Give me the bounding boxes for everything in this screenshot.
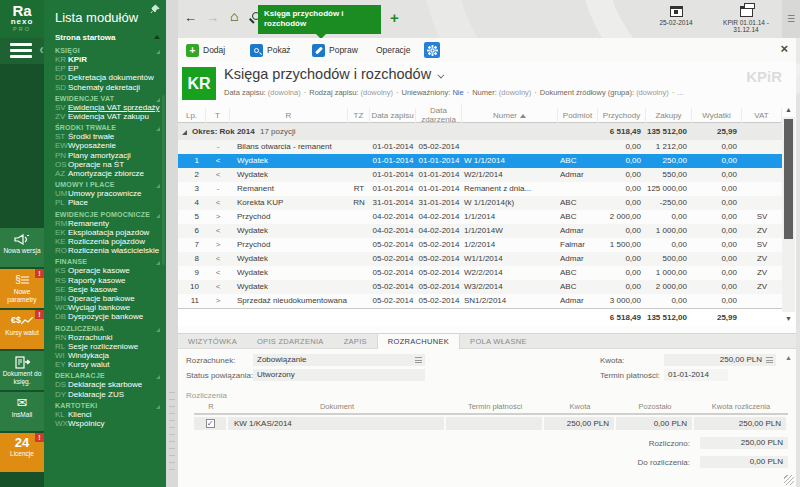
- sidebar-item-sv[interactable]: SVEwidencja VAT sprzedaży: [44, 103, 166, 112]
- sidebar-item-wg[interactable]: WGWyciągi bankowe: [44, 303, 166, 312]
- sidebar-group-kartoteki[interactable]: KARTOTEKI: [44, 399, 166, 410]
- sidebar-item-rl[interactable]: RLSesje rozliczeniowe: [44, 342, 166, 351]
- column-header-tz[interactable]: TZ: [348, 108, 370, 123]
- close-view-button[interactable]: ×: [780, 42, 788, 55]
- sidebar-item-strona-startowa[interactable]: Strona startowa: [44, 31, 166, 44]
- sidebar-item-um[interactable]: UMUmowy pracownicze: [44, 189, 166, 198]
- sidebar-group-rozliczenia[interactable]: ROZLICZENIA: [44, 322, 166, 333]
- sidebar-item-os[interactable]: OSOperacje na ŚT: [44, 160, 166, 169]
- pin-icon[interactable]: [150, 4, 160, 14]
- sidebar-item-rn[interactable]: RNRozrachunki: [44, 333, 166, 342]
- sidebar-item-rm[interactable]: RMRemanenty: [44, 219, 166, 228]
- add-button[interactable]: + Dodaj: [186, 42, 225, 58]
- strip-item-dokument-do-ksi-g-[interactable]: Dokument do księg.: [0, 351, 44, 390]
- back-arrow-icon[interactable]: ←: [184, 10, 197, 25]
- field-menu-icon[interactable]: [766, 357, 773, 363]
- sidebar-item-kl[interactable]: KLKlienci: [44, 410, 166, 419]
- status-field[interactable]: Utworzony: [253, 369, 425, 381]
- sidebar-item-ke[interactable]: KERozliczenia pojazdów: [44, 237, 166, 246]
- filter-value[interactable]: (dowolny): [499, 88, 532, 97]
- sidebar-item-ew[interactable]: EWWyposażenie: [44, 141, 166, 150]
- termin-field[interactable]: 01-01-2014: [664, 369, 728, 381]
- sidebar-group-księgi[interactable]: KSIĘGI: [44, 44, 166, 55]
- table-group-row[interactable]: Okres: Rok 2014 17 pozycji 6 518,49 135 …: [178, 123, 782, 140]
- scroll-down-icon[interactable]: ▼: [782, 312, 795, 326]
- sidebar-splitter[interactable]: [166, 0, 178, 487]
- modules-menu-button[interactable]: ‹: [0, 38, 44, 64]
- collapse-icon[interactable]: [154, 35, 160, 39]
- sidebar-item-sd[interactable]: SDSchematy dekretacji: [44, 83, 166, 92]
- show-button[interactable]: Pokaż: [250, 42, 291, 58]
- sidebar-item-dd[interactable]: DDDekretacja dokumentów: [44, 73, 166, 82]
- tab-rozrachunek[interactable]: ROZRACHUNEK: [377, 334, 460, 349]
- filter-more[interactable]: ...: [677, 88, 683, 97]
- filter-value[interactable]: (dowolny): [361, 88, 394, 97]
- sidebar-scrollbar[interactable]: [162, 95, 165, 265]
- table-row[interactable]: 10<Wydatek05-02-201405-02-2014W3/2/2014A…: [178, 280, 782, 294]
- table-row[interactable]: 9<Wydatek05-02-201405-02-2014W2/2/2014AB…: [178, 266, 782, 280]
- resize-grip-icon[interactable]: [784, 475, 794, 485]
- sidebar-group-ewidencje-vat[interactable]: EWIDENCJE VAT: [44, 92, 166, 103]
- scroll-up-icon[interactable]: ▲: [782, 103, 795, 117]
- column-header-numer[interactable]: Numer: [462, 108, 558, 123]
- column-header-zakupy[interactable]: Zakupy: [646, 108, 692, 123]
- table-row[interactable]: 1<Wydatek01-01-201401-01-2014W 1/1/2014A…: [178, 154, 782, 168]
- sidebar-item-ks[interactable]: KSOperacje kasowe: [44, 266, 166, 275]
- column-header-r[interactable]: R: [230, 108, 348, 123]
- column-header-podmiot[interactable]: Podmiot: [558, 108, 598, 123]
- table-scrollbar[interactable]: ▲ ▼: [782, 103, 795, 326]
- tab-opis-zdarzenia[interactable]: OPIS ZDARZENIA: [247, 334, 334, 348]
- strip-item-nowe-parametry[interactable]: §Nowe parametry!: [0, 269, 44, 308]
- filter-bar[interactable]: Data zapisu: (dowolna)·Rodzaj zapisu: (d…: [224, 88, 683, 97]
- new-tab-button[interactable]: +: [390, 9, 399, 26]
- sidebar-group-deklaracje[interactable]: DEKLARACJE: [44, 369, 166, 380]
- table-row[interactable]: 2<Wydatek01-01-201401-01-2014W2/1/2014Ad…: [178, 168, 782, 182]
- scrollbar-thumb[interactable]: [784, 119, 793, 239]
- tab-wizytówka[interactable]: WIZYTÓWKA: [178, 334, 247, 348]
- rozliczenie-check-cell[interactable]: ✓: [194, 417, 228, 430]
- strip-item-kursy-walut[interactable]: €$Kursy walut!: [0, 310, 44, 349]
- sidebar-item-az[interactable]: AZAmortyzacje zbiorcze: [44, 169, 166, 178]
- sidebar-item-se[interactable]: SESesje kasowe: [44, 285, 166, 294]
- sidebar-group-finanse[interactable]: FINANSE: [44, 255, 166, 266]
- sidebar-item-dy[interactable]: DYDeklaracje ZUS: [44, 390, 166, 399]
- filter-value[interactable]: Nie: [452, 88, 463, 97]
- tab-zapis[interactable]: ZAPIS: [334, 334, 377, 348]
- expander-icon[interactable]: [182, 130, 187, 135]
- field-menu-icon[interactable]: [415, 357, 422, 363]
- sidebar-item-ro[interactable]: RORozliczenia właścicielskie: [44, 246, 166, 255]
- table-row[interactable]: 3-RemanentRT01-01-201401-01-2014Remanent…: [178, 182, 782, 196]
- kwota-field[interactable]: 250,00 PLN: [664, 354, 776, 366]
- table-row[interactable]: 4<Korekta KUPRN31-01-201431-01-2014W 1/1…: [178, 196, 782, 210]
- table-header[interactable]: Lp.TRTZData zapisuData zdarzeniaNumerPod…: [178, 103, 782, 123]
- sidebar-item-kr[interactable]: KRKPiR: [44, 55, 166, 64]
- column-header-wydatki[interactable]: Wydatki: [692, 108, 742, 123]
- strip-item-insmail[interactable]: ✉InsMail: [0, 392, 44, 431]
- table-row[interactable]: 8<Wydatek05-02-201405-02-2014W1/1/2014Ad…: [178, 252, 782, 266]
- table-row[interactable]: 7>Przychód05-02-201405-02-20141/2/2014Fa…: [178, 238, 782, 252]
- period-widget[interactable]: KPiR 01.01.14 - 31.12.14: [712, 4, 780, 36]
- window-menu-button[interactable]: ☰: [782, 0, 800, 38]
- sidebar-item-db[interactable]: DBDyspozycje bankowe: [44, 312, 166, 321]
- rozrachunek-field[interactable]: Zobowiązanie: [253, 354, 425, 366]
- sidebar-group-umowy-i-płace[interactable]: UMOWY I PŁACE: [44, 178, 166, 189]
- sidebar-item-ep[interactable]: EPEP: [44, 64, 166, 73]
- checkbox-icon[interactable]: ✓: [206, 419, 215, 428]
- home-icon[interactable]: ⌂: [230, 8, 238, 24]
- tab-ksiega-przychodow[interactable]: Księga przychodów i rozchodów: [258, 5, 381, 34]
- sidebar-item-pn[interactable]: PNPlany amortyzacji: [44, 151, 166, 160]
- sidebar-item-ek[interactable]: EKEksploatacja pojazdów: [44, 228, 166, 237]
- table-row[interactable]: -Bilans otwarcia - remanent01-01-201405-…: [178, 140, 782, 154]
- operations-button[interactable]: Operacje: [376, 42, 411, 58]
- forward-arrow-icon[interactable]: →: [206, 10, 219, 25]
- filter-value[interactable]: (dowolna): [268, 88, 301, 97]
- sidebar-item-bn[interactable]: BNOperacje bankowe: [44, 294, 166, 303]
- sidebar-item-ey[interactable]: EYKursy walut: [44, 360, 166, 369]
- sidebar-group-środki-trwałe[interactable]: ŚRODKI TRWAŁE: [44, 121, 166, 132]
- sidebar-item-wi[interactable]: WIWindykacja: [44, 351, 166, 360]
- column-header-data-zapisu[interactable]: Data zapisu: [370, 108, 416, 123]
- sidebar-item-ds[interactable]: DSDeklaracje skarbowe: [44, 380, 166, 389]
- sidebar-item-pl[interactable]: PLPłace: [44, 198, 166, 207]
- column-header-przychody[interactable]: Przychody: [598, 108, 646, 123]
- edit-button[interactable]: Popraw: [312, 42, 358, 58]
